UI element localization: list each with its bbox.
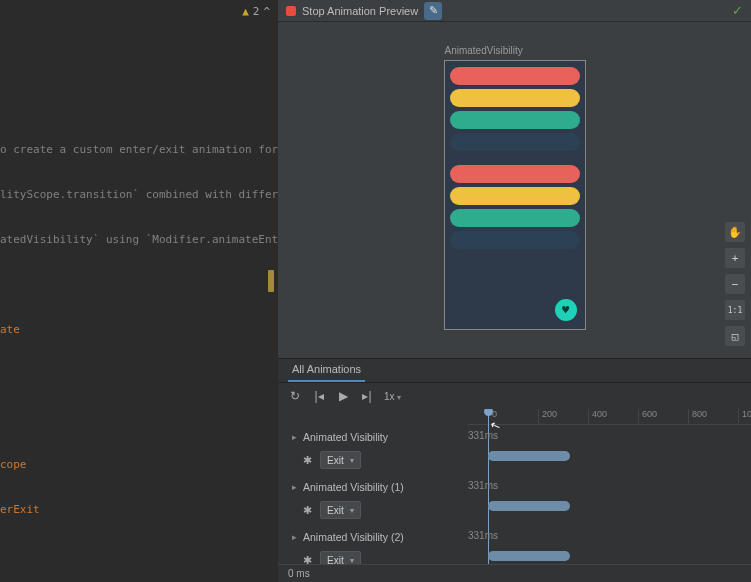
snowflake-icon[interactable]: ✱ bbox=[300, 553, 314, 564]
preview-bar bbox=[450, 133, 580, 151]
preview-bar bbox=[450, 165, 580, 183]
duration-label: 331ms bbox=[468, 530, 498, 541]
animation-tabs: All Animations bbox=[278, 359, 751, 383]
view-tools: ✋ + − 1:1 ◱ bbox=[725, 222, 745, 346]
animation-name: Animated Visibility bbox=[303, 431, 388, 443]
tab-all-animations[interactable]: All Animations bbox=[288, 358, 365, 382]
state-select[interactable]: Exit bbox=[320, 501, 361, 519]
code-area[interactable]: o create a custom enter/exit animation f… bbox=[0, 22, 278, 582]
ruler-tick: 600 bbox=[638, 409, 657, 424]
zoom-reset-icon[interactable]: 1:1 bbox=[725, 300, 745, 320]
animation-panel: All Animations ↻ |◂ ▶ ▸| 1x 0 200 400 60… bbox=[278, 358, 751, 582]
warning-count: 2 bbox=[253, 5, 260, 18]
preview-title: Stop Animation Preview bbox=[302, 5, 418, 17]
preview-bar bbox=[450, 209, 580, 227]
code-editor-pane: ▲ 2 ^ o create a custom enter/exit anima… bbox=[0, 0, 278, 582]
doc-comment: lityScope.transition` combined with diff… bbox=[0, 187, 278, 202]
animation-item-header[interactable]: ▸ Animated Visibility bbox=[292, 427, 468, 447]
zoom-in-icon[interactable]: + bbox=[725, 248, 745, 268]
speed-select[interactable]: 1x bbox=[384, 391, 401, 402]
preview-canvas[interactable]: AnimatedVisibility ♥ ✋ + − 1:1 ◱ bbox=[278, 22, 751, 358]
track-bar[interactable] bbox=[488, 451, 570, 461]
animation-item: ▸ Animated Visibility (1) ✱ Exit 331ms bbox=[278, 477, 751, 527]
code-token: ate bbox=[0, 322, 278, 337]
timeline[interactable]: 0 200 400 600 800 1000 ↖ ▸ Animated Visi… bbox=[278, 409, 751, 564]
check-icon: ✓ bbox=[732, 3, 743, 18]
skip-end-icon[interactable]: ▸| bbox=[360, 389, 374, 403]
zoom-out-icon[interactable]: − bbox=[725, 274, 745, 294]
fab-heart[interactable]: ♥ bbox=[555, 299, 577, 321]
duration-label: 331ms bbox=[468, 480, 498, 491]
snowflake-icon[interactable]: ✱ bbox=[300, 503, 314, 517]
doc-comment: atedVisibility` using `Modifier.animateE… bbox=[0, 232, 278, 247]
track-bar[interactable] bbox=[488, 501, 570, 511]
loop-icon[interactable]: ↻ bbox=[288, 389, 302, 403]
state-select[interactable]: Exit bbox=[320, 551, 361, 564]
doc-comment: o create a custom enter/exit animation f… bbox=[0, 142, 278, 157]
timeline-ruler: 0 200 400 600 800 1000 bbox=[468, 409, 751, 425]
editor-status-bar: ▲ 2 ^ bbox=[0, 0, 278, 22]
animation-item: ▸ Animated Visibility ✱ Exit 331ms bbox=[278, 427, 751, 477]
playback-controls: ↻ |◂ ▶ ▸| 1x bbox=[278, 383, 751, 409]
skip-start-icon[interactable]: |◂ bbox=[312, 389, 326, 403]
animation-item-header[interactable]: ▸ Animated Visibility (2) bbox=[292, 527, 468, 547]
frame-label: AnimatedVisibility bbox=[445, 45, 523, 56]
pan-icon[interactable]: ✋ bbox=[725, 222, 745, 242]
timestamp-value: 0 ms bbox=[288, 568, 310, 579]
ruler-tick: 400 bbox=[588, 409, 607, 424]
preview-bar bbox=[450, 231, 580, 249]
ruler-tick: 1000 bbox=[738, 409, 751, 424]
warning-icon: ▲ bbox=[242, 5, 249, 18]
snowflake-icon[interactable]: ✱ bbox=[300, 453, 314, 467]
duration-label: 331ms bbox=[468, 430, 498, 441]
preview-bar bbox=[450, 111, 580, 129]
fit-icon[interactable]: ◱ bbox=[725, 326, 745, 346]
animation-name: Animated Visibility (1) bbox=[303, 481, 404, 493]
preview-bar bbox=[450, 89, 580, 107]
stop-icon[interactable] bbox=[286, 6, 296, 16]
ruler-tick: 800 bbox=[688, 409, 707, 424]
animation-item-header[interactable]: ▸ Animated Visibility (1) bbox=[292, 477, 468, 497]
right-pane: Stop Animation Preview ✎ ✓ AnimatedVisib… bbox=[278, 0, 751, 582]
chevron-right-icon: ▸ bbox=[292, 532, 297, 542]
chevron-right-icon: ▸ bbox=[292, 482, 297, 492]
preview-bar bbox=[450, 67, 580, 85]
edit-icon[interactable]: ✎ bbox=[424, 2, 442, 20]
device-frame: AnimatedVisibility ♥ bbox=[444, 60, 586, 330]
code-token: cope bbox=[0, 457, 278, 472]
animation-name: Animated Visibility (2) bbox=[303, 531, 404, 543]
preview-bar bbox=[450, 187, 580, 205]
ruler-tick: 200 bbox=[538, 409, 557, 424]
timestamp-footer: 0 ms bbox=[278, 564, 751, 582]
caret-icon: ^ bbox=[263, 5, 270, 18]
chevron-right-icon: ▸ bbox=[292, 432, 297, 442]
code-token: erExit bbox=[0, 502, 278, 517]
preview-header: Stop Animation Preview ✎ ✓ bbox=[278, 0, 751, 22]
track-bar[interactable] bbox=[488, 551, 570, 561]
play-icon[interactable]: ▶ bbox=[336, 389, 350, 403]
animation-item: ▸ Animated Visibility (2) ✱ Exit 331ms bbox=[278, 527, 751, 564]
state-select[interactable]: Exit bbox=[320, 451, 361, 469]
